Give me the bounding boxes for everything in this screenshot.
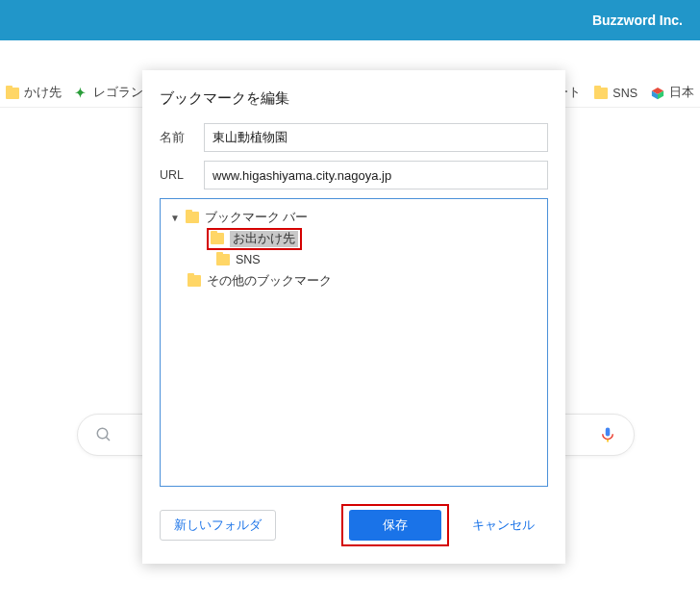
folder-icon	[211, 233, 224, 244]
bookmark-item-japan[interactable]: 日本	[651, 85, 694, 101]
bookmark-label: かけ先	[24, 85, 62, 101]
save-button[interactable]: 保存	[349, 510, 441, 541]
name-field-row: 名前	[160, 123, 548, 152]
tree-label: その他のブックマーク	[207, 273, 332, 290]
tree-row-other[interactable]: その他のブックマーク	[166, 270, 541, 291]
folder-tree[interactable]: ▼ ブックマーク バー お出かけ先 SNS その他のブックマーク	[160, 198, 548, 487]
folder-icon	[188, 275, 201, 287]
cancel-button[interactable]: キャンセル	[459, 510, 548, 541]
name-input[interactable]	[204, 123, 548, 152]
dialog-title: ブックマークを編集	[160, 89, 548, 108]
tree-row-root[interactable]: ▼ ブックマーク バー	[166, 207, 541, 228]
edit-bookmark-dialog: ブックマークを編集 名前 URL ▼ ブックマーク バー お出かけ先 SNS そ…	[142, 70, 565, 564]
tree-label-selected: お出かけ先	[230, 231, 298, 247]
caret-down-icon[interactable]: ▼	[170, 213, 180, 223]
tree-label: ブックマーク バー	[205, 210, 308, 226]
cube-icon	[651, 87, 664, 100]
dialog-button-row: 新しいフォルダ 保存 キャンセル	[160, 504, 548, 546]
svg-line-4	[106, 437, 110, 441]
mic-icon[interactable]	[599, 424, 616, 445]
tree-label: SNS	[236, 253, 261, 266]
name-label: 名前	[160, 130, 194, 146]
tree-row-odekake[interactable]: お出かけ先	[166, 228, 541, 249]
folder-icon	[594, 88, 608, 99]
folder-icon	[6, 88, 19, 99]
url-label: URL	[160, 168, 194, 182]
folder-icon	[186, 212, 199, 223]
url-field-row: URL	[160, 161, 548, 189]
url-input[interactable]	[204, 161, 548, 189]
folder-icon	[216, 254, 230, 265]
search-icon	[95, 426, 112, 443]
new-folder-button[interactable]: 新しいフォルダ	[160, 510, 276, 541]
brand-text: Buzzword Inc.	[592, 13, 683, 28]
svg-point-3	[97, 428, 108, 439]
site-icon: ✦	[75, 87, 88, 100]
bookmark-item-sns[interactable]: SNS	[594, 87, 638, 100]
tree-row-sns[interactable]: SNS	[166, 249, 541, 270]
highlight-box: お出かけ先	[207, 228, 302, 250]
top-brand-bar: Buzzword Inc.	[0, 0, 700, 40]
save-highlight-box: 保存	[341, 504, 449, 546]
bookmark-label: SNS	[612, 87, 638, 100]
svg-rect-5	[606, 428, 611, 437]
bookmark-item-odekake[interactable]: かけ先	[6, 85, 62, 101]
bookmark-label: 日本	[669, 85, 694, 101]
